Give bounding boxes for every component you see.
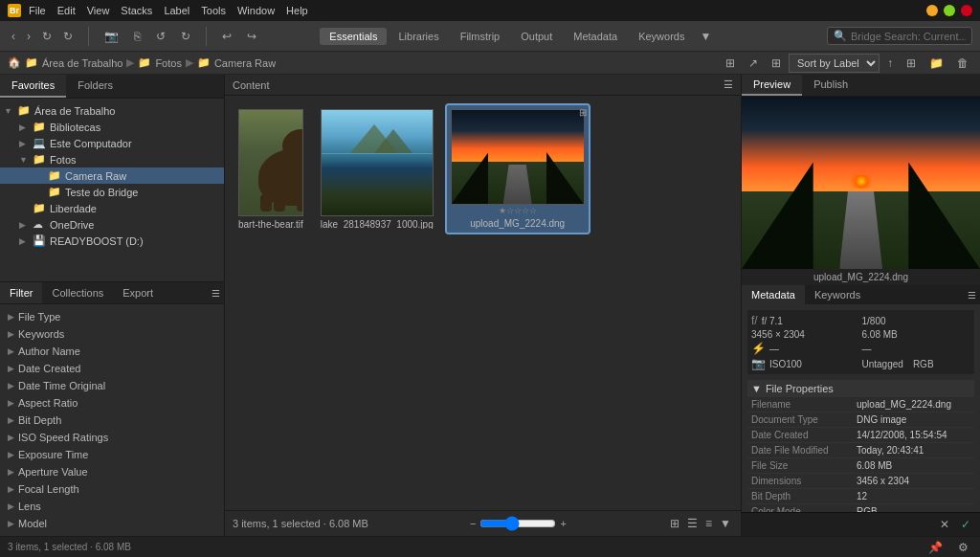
new-folder-button[interactable]: 📁 bbox=[925, 55, 947, 72]
rotate-right-button[interactable]: ↻ bbox=[177, 28, 194, 45]
tab-folders[interactable]: Folders bbox=[66, 75, 124, 98]
tab-output[interactable]: Output bbox=[511, 28, 562, 45]
tab-essentials[interactable]: Essentials bbox=[320, 28, 387, 45]
filter-keywords[interactable]: ▶ Keywords bbox=[0, 325, 224, 343]
more-views-button[interactable]: ▼ bbox=[718, 515, 733, 532]
thumbnail-road[interactable]: ⊞ ★☆☆☆☆ upload_MG_2224.dng bbox=[447, 105, 589, 233]
redo-button[interactable]: ↪ bbox=[243, 28, 260, 45]
compact-mode-button[interactable]: ⊞ bbox=[722, 55, 739, 72]
settings-button[interactable]: ⚙ bbox=[954, 539, 972, 556]
search-input[interactable] bbox=[851, 31, 966, 42]
zoom-range-input[interactable] bbox=[479, 516, 556, 531]
tree-item-readyboost[interactable]: ▶ 💾 READYBOOST (D:) bbox=[0, 233, 224, 249]
sort-dropdown[interactable]: Sort by Label bbox=[789, 54, 880, 73]
refresh-button[interactable]: ↻ bbox=[59, 28, 77, 45]
filter-bit-depth[interactable]: ▶ Bit Depth bbox=[0, 412, 224, 429]
tree-item-bibliotecas[interactable]: ▶ 📁 Bibliotecas bbox=[0, 119, 224, 135]
metadata-close-button[interactable]: ✕ bbox=[936, 516, 953, 533]
tab-metadata[interactable]: Metadata bbox=[564, 28, 627, 45]
tab-filmstrip[interactable]: Filmstrip bbox=[451, 28, 510, 45]
view-mode-buttons: ⊞ ☰ ≡ ▼ bbox=[668, 515, 733, 532]
breadcrumb-fotos[interactable]: 📁 Fotos bbox=[138, 56, 182, 69]
filter-focal-length[interactable]: ▶ Focal Length bbox=[0, 480, 224, 498]
thumbnail-lake[interactable]: lake_281848937_1000.jpg bbox=[317, 105, 437, 233]
minimize-button[interactable] bbox=[926, 5, 938, 16]
metadata-tab[interactable]: Metadata bbox=[742, 285, 805, 304]
reveal-button[interactable]: ↗ bbox=[745, 55, 762, 72]
grid-view-button[interactable]: ⊞ bbox=[668, 515, 681, 532]
filter-author[interactable]: ▶ Author Name bbox=[0, 343, 224, 360]
preview-image bbox=[742, 97, 980, 269]
forward-button[interactable]: › bbox=[23, 28, 34, 45]
sort-options-button[interactable]: ⊞ bbox=[768, 55, 785, 72]
tree-item-liberdade[interactable]: 📁 Liberdade bbox=[0, 200, 224, 216]
filter-iso[interactable]: ▶ ISO Speed Ratings bbox=[0, 429, 224, 446]
metadata-menu-button[interactable]: ☰ bbox=[964, 285, 980, 304]
menu-help[interactable]: Help bbox=[286, 5, 308, 16]
filter-tab-filter[interactable]: Filter bbox=[0, 282, 42, 303]
pin-button[interactable]: 📌 bbox=[924, 539, 947, 556]
filesize-value: 6.08 MB bbox=[862, 329, 898, 340]
zoom-plus-icon[interactable]: + bbox=[560, 518, 566, 529]
menu-tools[interactable]: Tools bbox=[201, 5, 226, 16]
filter-date-time[interactable]: ▶ Date Time Original bbox=[0, 377, 224, 394]
copy-button[interactable]: ⎘ bbox=[130, 28, 145, 45]
detail-view-button[interactable]: ≡ bbox=[703, 515, 714, 532]
menu-file[interactable]: File bbox=[29, 5, 46, 16]
close-button[interactable] bbox=[961, 5, 972, 16]
tab-favorites[interactable]: Favorites bbox=[0, 75, 66, 98]
undo-button[interactable]: ↩ bbox=[218, 28, 235, 45]
tree-item-workspace[interactable]: ▼ 📁 Área de Trabalho bbox=[0, 102, 224, 119]
tree-item-cameraraw[interactable]: 📁 Camera Raw bbox=[0, 167, 224, 184]
zoom-minus-icon[interactable]: − bbox=[470, 518, 476, 529]
back-button[interactable]: ‹ bbox=[8, 28, 19, 45]
history-button[interactable]: ↻ bbox=[38, 28, 56, 45]
filter-exposure[interactable]: ▶ Exposure Time bbox=[0, 446, 224, 463]
view-options-button[interactable]: ⊞ bbox=[902, 55, 920, 72]
menu-label[interactable]: Label bbox=[164, 5, 189, 16]
file-properties-header[interactable]: ▼ File Properties bbox=[747, 380, 974, 397]
filter-file-type[interactable]: ▶ File Type bbox=[0, 308, 224, 325]
bear-leg-3 bbox=[297, 196, 303, 212]
filter-aspect-ratio[interactable]: ▶ Aspect Ratio bbox=[0, 394, 224, 412]
camera-button[interactable]: 📷 bbox=[100, 28, 122, 45]
keywords-tab[interactable]: Keywords bbox=[805, 285, 870, 304]
tree-item-onedrive[interactable]: ▶ ☁ OneDrive bbox=[0, 216, 224, 233]
tab-libraries[interactable]: Libraries bbox=[389, 28, 448, 45]
rotate-left-button[interactable]: ↺ bbox=[152, 28, 169, 45]
thumbnail-bear[interactable]: bart-the-bear.tif bbox=[234, 105, 307, 233]
tabs-more-button[interactable]: ▼ bbox=[696, 28, 715, 45]
filter-date-created[interactable]: ▶ Date Created bbox=[0, 360, 224, 377]
sort-direction-button[interactable]: ↑ bbox=[883, 55, 897, 72]
metadata-confirm-button[interactable]: ✓ bbox=[957, 516, 974, 533]
filter-aperture[interactable]: ▶ Aperture Value bbox=[0, 463, 224, 480]
maximize-button[interactable] bbox=[944, 5, 955, 16]
breadcrumb-workspace[interactable]: 📁 Área de Trabalho bbox=[25, 56, 122, 69]
filter-tab-export[interactable]: Export bbox=[113, 282, 163, 303]
preview-tab[interactable]: Preview bbox=[742, 75, 802, 96]
menu-stacks[interactable]: Stacks bbox=[121, 5, 152, 16]
bear-leg-1 bbox=[260, 194, 272, 212]
sort-bar: ⊞ Sort by Label ↑ bbox=[768, 54, 897, 73]
menu-view[interactable]: View bbox=[87, 5, 110, 16]
window-controls bbox=[926, 5, 972, 16]
list-view-button[interactable]: ☰ bbox=[685, 515, 700, 532]
thumbnail-badge: ⊞ bbox=[579, 107, 587, 118]
menu-window[interactable]: Window bbox=[237, 5, 275, 16]
publish-tab[interactable]: Publish bbox=[802, 75, 859, 96]
filter-menu-button[interactable]: ☰ bbox=[208, 282, 224, 303]
tree-item-computer[interactable]: ▶ 💻 Este Computador bbox=[0, 135, 224, 151]
delete-button[interactable]: 🗑 bbox=[953, 55, 972, 72]
tab-keywords[interactable]: Keywords bbox=[629, 28, 694, 45]
filter-lens[interactable]: ▶ Lens bbox=[0, 498, 224, 515]
meta-untagged: Untagged RGB bbox=[862, 357, 971, 370]
tree-item-fotos[interactable]: ▼ 📁 Fotos bbox=[0, 151, 224, 167]
filter-model[interactable]: ▶ Model bbox=[0, 515, 224, 532]
tree-item-teste[interactable]: 📁 Teste do Bridge bbox=[0, 184, 224, 200]
filter-tab-collections[interactable]: Collections bbox=[42, 282, 113, 303]
content-menu-icon[interactable]: ☰ bbox=[724, 78, 733, 91]
menu-edit[interactable]: Edit bbox=[57, 5, 76, 16]
meta-key: Date File Modified bbox=[751, 445, 857, 456]
meta-value-filesize: 6.08 MB bbox=[857, 460, 970, 471]
breadcrumb-cameraraw[interactable]: 📁 Camera Raw bbox=[197, 56, 276, 69]
